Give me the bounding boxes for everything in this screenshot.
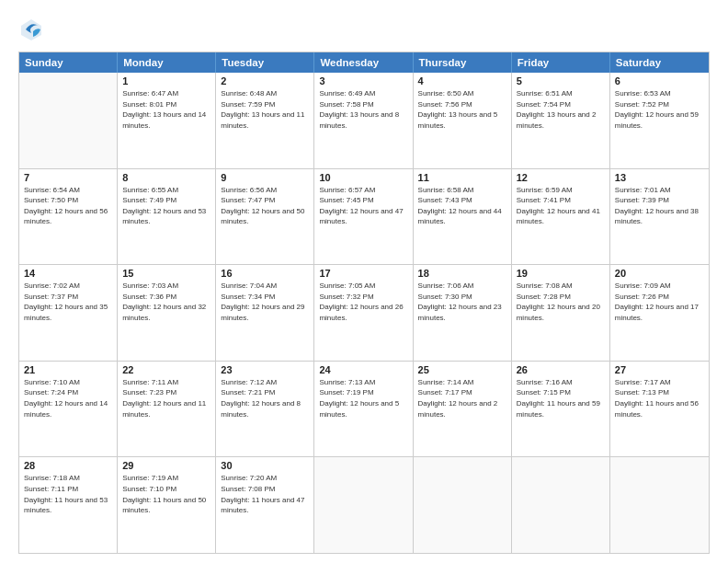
day-number: 8 [122,172,210,183]
day-number: 28 [24,460,112,471]
day-cell-27: 27Sunrise: 7:17 AM Sunset: 7:13 PM Dayli… [610,362,709,457]
day-number: 15 [122,268,210,279]
day-cell-4: 4Sunrise: 6:50 AM Sunset: 7:56 PM Daylig… [414,73,512,168]
sun-info: Sunrise: 6:57 AM Sunset: 7:45 PM Dayligh… [319,185,407,227]
empty-cell [314,457,413,553]
empty-cell [512,457,610,553]
day-number: 17 [319,268,407,279]
day-cell-14: 14Sunrise: 7:02 AM Sunset: 7:37 PM Dayli… [19,265,118,361]
sun-info: Sunrise: 7:05 AM Sunset: 7:32 PM Dayligh… [319,281,407,323]
day-cell-22: 22Sunrise: 7:11 AM Sunset: 7:23 PM Dayli… [118,362,216,457]
day-number: 22 [122,364,210,375]
header-day-tuesday: Tuesday [216,52,314,73]
sun-info: Sunrise: 7:03 AM Sunset: 7:36 PM Dayligh… [122,281,210,323]
sun-info: Sunrise: 6:47 AM Sunset: 8:01 PM Dayligh… [122,88,210,131]
sun-info: Sunrise: 6:53 AM Sunset: 7:52 PM Dayligh… [615,88,704,131]
day-cell-25: 25Sunrise: 7:14 AM Sunset: 7:17 PM Dayli… [414,362,512,457]
day-cell-5: 5Sunrise: 6:51 AM Sunset: 7:54 PM Daylig… [512,73,610,168]
day-cell-8: 8Sunrise: 6:55 AM Sunset: 7:49 PM Daylig… [118,169,216,265]
day-number: 24 [319,364,407,375]
day-cell-26: 26Sunrise: 7:16 AM Sunset: 7:15 PM Dayli… [512,362,610,457]
sun-info: Sunrise: 6:55 AM Sunset: 7:49 PM Dayligh… [122,185,210,227]
sun-info: Sunrise: 7:13 AM Sunset: 7:19 PM Dayligh… [319,377,407,419]
day-cell-28: 28Sunrise: 7:18 AM Sunset: 7:11 PM Dayli… [19,457,118,553]
day-cell-13: 13Sunrise: 7:01 AM Sunset: 7:39 PM Dayli… [610,169,709,265]
sun-info: Sunrise: 7:17 AM Sunset: 7:13 PM Dayligh… [615,377,704,419]
sun-info: Sunrise: 7:20 AM Sunset: 7:08 PM Dayligh… [221,473,309,515]
logo-icon [18,17,44,42]
sun-info: Sunrise: 7:09 AM Sunset: 7:26 PM Dayligh… [615,281,704,323]
day-number: 19 [517,268,605,279]
header [18,17,710,42]
header-day-saturday: Saturday [610,52,709,73]
logo [18,17,48,42]
sun-info: Sunrise: 6:49 AM Sunset: 7:58 PM Dayligh… [319,88,407,131]
day-number: 29 [122,460,210,471]
day-cell-20: 20Sunrise: 7:09 AM Sunset: 7:26 PM Dayli… [610,265,709,361]
day-number: 20 [615,268,704,279]
header-day-sunday: Sunday [19,52,118,73]
day-number: 16 [221,268,309,279]
sun-info: Sunrise: 6:59 AM Sunset: 7:41 PM Dayligh… [517,185,605,227]
day-number: 25 [418,364,506,375]
empty-cell [610,457,709,553]
sun-info: Sunrise: 7:12 AM Sunset: 7:21 PM Dayligh… [221,377,309,419]
day-cell-10: 10Sunrise: 6:57 AM Sunset: 7:45 PM Dayli… [314,169,413,265]
day-number: 14 [24,268,112,279]
day-cell-11: 11Sunrise: 6:58 AM Sunset: 7:43 PM Dayli… [414,169,512,265]
day-number: 30 [221,460,309,471]
day-cell-24: 24Sunrise: 7:13 AM Sunset: 7:19 PM Dayli… [314,362,413,457]
day-cell-30: 30Sunrise: 7:20 AM Sunset: 7:08 PM Dayli… [216,457,314,553]
sun-info: Sunrise: 7:10 AM Sunset: 7:24 PM Dayligh… [24,377,112,419]
sun-info: Sunrise: 7:02 AM Sunset: 7:37 PM Dayligh… [24,281,112,323]
day-cell-6: 6Sunrise: 6:53 AM Sunset: 7:52 PM Daylig… [610,73,709,168]
day-number: 7 [24,172,112,183]
sun-info: Sunrise: 7:06 AM Sunset: 7:30 PM Dayligh… [418,281,506,323]
calendar-row-3: 14Sunrise: 7:02 AM Sunset: 7:37 PM Dayli… [19,264,709,361]
day-number: 11 [418,172,506,183]
day-cell-21: 21Sunrise: 7:10 AM Sunset: 7:24 PM Dayli… [19,362,118,457]
day-cell-23: 23Sunrise: 7:12 AM Sunset: 7:21 PM Dayli… [216,362,314,457]
day-number: 12 [517,172,605,183]
sun-info: Sunrise: 7:19 AM Sunset: 7:10 PM Dayligh… [122,473,210,515]
sun-info: Sunrise: 6:58 AM Sunset: 7:43 PM Dayligh… [418,185,506,227]
sun-info: Sunrise: 7:04 AM Sunset: 7:34 PM Dayligh… [221,281,309,323]
sun-info: Sunrise: 6:54 AM Sunset: 7:50 PM Dayligh… [24,185,112,227]
day-number: 2 [221,75,309,86]
day-number: 3 [319,75,407,86]
header-day-friday: Friday [512,52,610,73]
day-cell-7: 7Sunrise: 6:54 AM Sunset: 7:50 PM Daylig… [19,169,118,265]
sun-info: Sunrise: 6:48 AM Sunset: 7:59 PM Dayligh… [221,88,309,131]
calendar-body: 1Sunrise: 6:47 AM Sunset: 8:01 PM Daylig… [19,73,709,553]
calendar-row-4: 21Sunrise: 7:10 AM Sunset: 7:24 PM Dayli… [19,361,709,457]
day-cell-15: 15Sunrise: 7:03 AM Sunset: 7:36 PM Dayli… [118,265,216,361]
calendar-row-2: 7Sunrise: 6:54 AM Sunset: 7:50 PM Daylig… [19,168,709,265]
day-number: 21 [24,364,112,375]
day-number: 26 [517,364,605,375]
day-cell-9: 9Sunrise: 6:56 AM Sunset: 7:47 PM Daylig… [216,169,314,265]
day-cell-2: 2Sunrise: 6:48 AM Sunset: 7:59 PM Daylig… [216,73,314,168]
header-day-wednesday: Wednesday [314,52,413,73]
sun-info: Sunrise: 7:14 AM Sunset: 7:17 PM Dayligh… [418,377,506,419]
calendar: SundayMondayTuesdayWednesdayThursdayFrid… [18,52,710,554]
day-number: 9 [221,172,309,183]
day-cell-3: 3Sunrise: 6:49 AM Sunset: 7:58 PM Daylig… [314,73,413,168]
day-cell-17: 17Sunrise: 7:05 AM Sunset: 7:32 PM Dayli… [314,265,413,361]
day-number: 27 [615,364,704,375]
sun-info: Sunrise: 6:50 AM Sunset: 7:56 PM Dayligh… [418,88,506,131]
sun-info: Sunrise: 6:51 AM Sunset: 7:54 PM Dayligh… [517,88,605,131]
header-day-thursday: Thursday [414,52,512,73]
sun-info: Sunrise: 7:18 AM Sunset: 7:11 PM Dayligh… [24,473,112,515]
day-number: 1 [122,75,210,86]
day-number: 18 [418,268,506,279]
day-number: 5 [517,75,605,86]
day-cell-18: 18Sunrise: 7:06 AM Sunset: 7:30 PM Dayli… [414,265,512,361]
header-day-monday: Monday [118,52,216,73]
empty-cell [414,457,512,553]
day-number: 10 [319,172,407,183]
day-cell-16: 16Sunrise: 7:04 AM Sunset: 7:34 PM Dayli… [216,265,314,361]
sun-info: Sunrise: 6:56 AM Sunset: 7:47 PM Dayligh… [221,185,309,227]
day-number: 23 [221,364,309,375]
day-number: 6 [615,75,704,86]
day-cell-29: 29Sunrise: 7:19 AM Sunset: 7:10 PM Dayli… [118,457,216,553]
